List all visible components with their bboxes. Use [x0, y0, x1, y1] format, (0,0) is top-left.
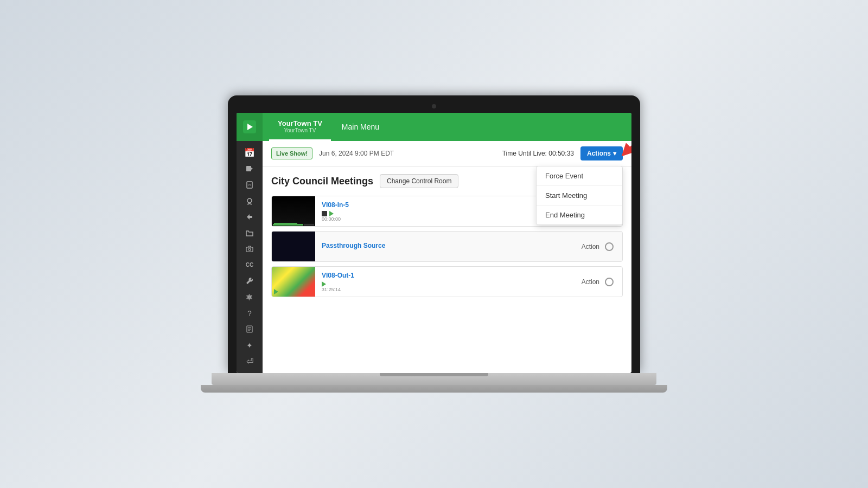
sidebar-item-calendar[interactable]: 📅 [239, 145, 260, 160]
radio-vi08out1[interactable] [605, 278, 614, 286]
screen-bezel: YourTown TV YourTown TV Main Menu 📅 [228, 95, 640, 373]
brand-tab[interactable]: YourTown TV YourTown TV [269, 113, 331, 141]
live-badge: Live Show! [271, 147, 312, 159]
source-thumb-vi08out1 [272, 267, 315, 297]
svg-rect-7 [246, 247, 253, 252]
event-bar: Live Show! Jun 6, 2024 9:00 PM EDT Time … [263, 141, 631, 166]
source-row: Passthrough Source Action [271, 231, 623, 262]
sidebar-item-wrench[interactable] [239, 274, 260, 289]
source-row: VI08-Out-1 31:25:14 Action [271, 266, 623, 297]
time-until: Time Until Live: 00:50:33 [502, 150, 574, 157]
sidebar-item-award[interactable] [239, 194, 260, 209]
radio-passthrough[interactable] [605, 242, 614, 251]
svg-marker-0 [247, 124, 253, 130]
sidebar-item-export[interactable]: ⏎ [239, 354, 260, 369]
source-indicators-out1 [322, 281, 566, 287]
source-thumb-passthrough [272, 232, 315, 261]
camera [432, 104, 436, 108]
actions-dropdown: Force Event Start Meeting End Meeting [536, 166, 623, 225]
source-name-vi08out1: VI08-Out-1 [322, 272, 566, 279]
action-col-passthrough: Action [573, 242, 622, 251]
indicator-play [329, 211, 334, 216]
laptop-container: YourTown TV YourTown TV Main Menu 📅 [228, 95, 640, 393]
sidebar-item-document[interactable] [239, 322, 260, 337]
svg-marker-2 [251, 168, 253, 170]
source-thumb-vi08in5 [272, 196, 315, 226]
main-area: 📅 75 [237, 141, 631, 373]
sidebar-item-folder[interactable] [239, 226, 260, 241]
sidebar-item-help[interactable]: ? [239, 306, 260, 321]
svg-point-5 [247, 198, 252, 203]
sidebar-item-video[interactable] [239, 162, 260, 177]
dropdown-item-end-meeting[interactable]: End Meeting [537, 206, 622, 224]
svg-marker-6 [247, 214, 252, 220]
laptop-bottom [201, 385, 667, 393]
change-room-button[interactable]: Change Control Room [380, 174, 458, 188]
brand-name: YourTown TV [278, 119, 322, 127]
brand-nav: YourTown TV YourTown TV Main Menu [263, 113, 390, 141]
svg-rect-1 [246, 166, 251, 171]
sidebar-item-nav[interactable] [239, 209, 260, 224]
sidebar-item-badge[interactable]: 75 [239, 177, 260, 192]
meeting-title: City Council Meetings [271, 176, 373, 187]
sidebar-item-cc[interactable]: CC [239, 258, 260, 273]
sidebar-item-gear[interactable] [239, 290, 260, 305]
actions-button[interactable]: Actions ▾ [580, 146, 623, 160]
dropdown-item-start-meeting[interactable]: Start Meeting [537, 186, 622, 206]
logo-icon [243, 120, 256, 133]
action-label-passthrough: Action [582, 243, 599, 251]
screen: YourTown TV YourTown TV Main Menu 📅 [237, 113, 631, 373]
main-menu-label: Main Menu [331, 123, 390, 131]
brand-sub: YourTown TV [284, 127, 316, 133]
top-bar: YourTown TV YourTown TV Main Menu [237, 113, 631, 141]
content-area: Live Show! Jun 6, 2024 9:00 PM EDT Time … [263, 141, 631, 373]
playback-time-vi08out1: 31:25:14 [322, 287, 566, 292]
logo-section [237, 113, 263, 141]
dropdown-item-force-event[interactable]: Force Event [537, 166, 622, 186]
actions-chevron: ▾ [613, 150, 616, 157]
svg-text:75: 75 [248, 183, 252, 187]
source-info-passthrough: Passthrough Source [315, 237, 573, 256]
source-name-passthrough: Passthrough Source [322, 242, 566, 249]
event-date: Jun 6, 2024 9:00 PM EDT [319, 150, 394, 157]
laptop-base [212, 373, 656, 385]
sidebar-item-camera[interactable] [239, 241, 260, 256]
actions-label: Actions [587, 150, 611, 157]
indicator-play-out1 [322, 281, 326, 287]
action-col-vi08out1: Action [573, 278, 622, 286]
indicator-square [322, 211, 327, 216]
svg-point-8 [248, 248, 251, 251]
app-container: YourTown TV YourTown TV Main Menu 📅 [237, 113, 631, 373]
sidebar: 📅 75 [237, 141, 263, 373]
sidebar-item-star[interactable]: ✦ [239, 338, 260, 353]
source-info-vi08out1: VI08-Out-1 31:25:14 [315, 267, 573, 297]
action-label-vi08out1: Action [582, 278, 599, 286]
